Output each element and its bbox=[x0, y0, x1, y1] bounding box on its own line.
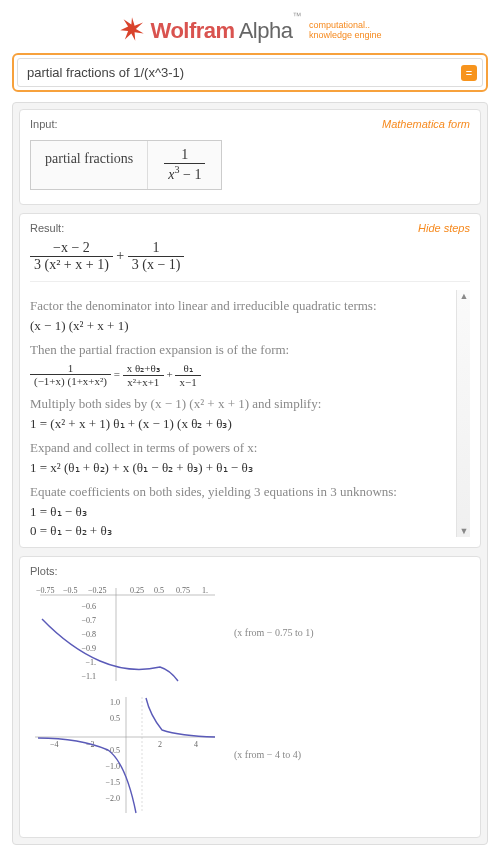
plot-caption-2: (x from − 4 to 4) bbox=[234, 749, 301, 760]
svg-text:1.: 1. bbox=[202, 586, 208, 595]
svg-text:−1.: −1. bbox=[85, 658, 96, 667]
svg-text:0.75: 0.75 bbox=[176, 586, 190, 595]
header: Wolfram Alpha™ computational..knowledge … bbox=[12, 16, 488, 45]
pod-result: Result: Hide steps −x − 2 3 (x² + x + 1)… bbox=[19, 213, 481, 548]
svg-text:−1.1: −1.1 bbox=[81, 672, 96, 681]
logo-text: Wolfram Alpha™ bbox=[151, 18, 301, 44]
step-text: Expand and collect in terms of powers of… bbox=[30, 440, 470, 456]
query-input[interactable] bbox=[23, 63, 461, 82]
page: Wolfram Alpha™ computational..knowledge … bbox=[0, 0, 500, 852]
step-eq: 1(−1+x) (1+x+x²) = x θ₂+θ₃x²+x+1 + θ₁x−1 bbox=[30, 362, 470, 388]
svg-text:0.5: 0.5 bbox=[110, 714, 120, 723]
svg-text:0.25: 0.25 bbox=[130, 586, 144, 595]
svg-text:−0.25: −0.25 bbox=[88, 586, 107, 595]
result-expression: −x − 2 3 (x² + x + 1) + 1 3 (x − 1) bbox=[30, 240, 470, 273]
plot-1: −0.75−0.5−0.25 0.250.50.751. −0.6−0.7 −0… bbox=[30, 583, 220, 683]
step-text: Equate coefficients on both sides, yield… bbox=[30, 484, 470, 500]
svg-text:0.5: 0.5 bbox=[154, 586, 164, 595]
tagline: computational..knowledge engine bbox=[309, 21, 382, 41]
plot-caption-1: (x from − 0.75 to 1) bbox=[234, 627, 314, 638]
input-label: partial fractions bbox=[31, 141, 148, 189]
steps-panel: Factor the denominator into linear and i… bbox=[30, 281, 470, 537]
search-bar-wrap: = bbox=[12, 53, 488, 92]
step-eq: 1 = (x² + x + 1) θ₁ + (x − 1) (x θ₂ + θ₃… bbox=[30, 416, 470, 432]
svg-text:−0.75: −0.75 bbox=[36, 586, 55, 595]
step-text: Multiply both sides by (x − 1) (x² + x +… bbox=[30, 396, 470, 412]
svg-marker-0 bbox=[120, 17, 143, 40]
hide-steps-link[interactable]: Hide steps bbox=[418, 222, 470, 234]
pod-title-plots: Plots: bbox=[30, 565, 58, 577]
submit-button[interactable]: = bbox=[461, 65, 477, 81]
pod-title-result: Result: bbox=[30, 222, 64, 234]
svg-text:−0.7: −0.7 bbox=[81, 616, 96, 625]
svg-text:−0.9: −0.9 bbox=[81, 644, 96, 653]
svg-text:2: 2 bbox=[158, 740, 162, 749]
svg-text:−4: −4 bbox=[50, 740, 59, 749]
scroll-down-icon[interactable]: ▼ bbox=[458, 525, 470, 537]
steps-scrollbar[interactable]: ▲ ▼ bbox=[456, 290, 470, 537]
svg-text:−2.0: −2.0 bbox=[105, 794, 120, 803]
svg-text:−0.8: −0.8 bbox=[81, 630, 96, 639]
step-text: Then the partial fraction expansion is o… bbox=[30, 342, 470, 358]
step-eq: (x − 1) (x² + x + 1) bbox=[30, 318, 470, 334]
svg-text:−1.0: −1.0 bbox=[105, 762, 120, 771]
svg-text:−0.5: −0.5 bbox=[63, 586, 78, 595]
spikey-icon bbox=[119, 16, 145, 45]
pod-plots: Plots: −0.75−0.5−0.25 0.250.50.751. −0.6… bbox=[19, 556, 481, 838]
svg-text:−1.5: −1.5 bbox=[105, 778, 120, 787]
step-text: Factor the denominator into linear and i… bbox=[30, 298, 470, 314]
mathematica-form-link[interactable]: Mathematica form bbox=[382, 118, 470, 130]
scroll-up-icon[interactable]: ▲ bbox=[458, 290, 470, 302]
pod-input: Input: Mathematica form partial fraction… bbox=[19, 109, 481, 205]
brand-alpha: Alpha™ bbox=[239, 18, 301, 44]
step-eq: 1 = θ₁ − θ₃ bbox=[30, 504, 470, 520]
step-eq: 1 = x² (θ₁ + θ₂) + x (θ₁ − θ₂ + θ₃) + θ₁… bbox=[30, 460, 470, 476]
results-container: Input: Mathematica form partial fraction… bbox=[12, 102, 488, 845]
svg-text:−0.6: −0.6 bbox=[81, 602, 96, 611]
svg-text:4: 4 bbox=[194, 740, 198, 749]
pod-title-input: Input: bbox=[30, 118, 58, 130]
plot-2: −4−224 1.00.5 −0.5−1.0 −1.5−2.0 bbox=[30, 695, 220, 815]
input-expression: 1 x3 − 1 bbox=[148, 141, 221, 189]
svg-text:1.0: 1.0 bbox=[110, 698, 120, 707]
input-interpretation: partial fractions 1 x3 − 1 bbox=[30, 140, 222, 190]
step-eq: 0 = θ₁ − θ₂ + θ₃ bbox=[30, 523, 470, 537]
brand-wolfram: Wolfram bbox=[151, 18, 235, 44]
search-bar: = bbox=[17, 58, 483, 87]
